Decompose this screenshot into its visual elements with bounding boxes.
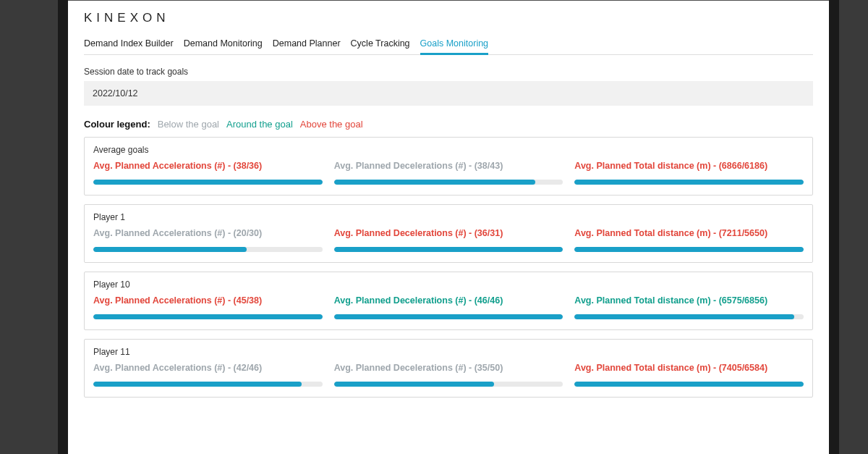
goal-card: Average goalsAvg. Planned Accelerations …	[84, 137, 813, 196]
goal-metric-label: Avg. Planned Total distance (m) - (7405/…	[574, 363, 804, 373]
colour-legend: Colour legend: Below the goal Around the…	[84, 119, 813, 130]
brand-logo-text: KINEXON	[84, 11, 170, 25]
goal-metric-label: Avg. Planned Total distance (m) - (6575/…	[574, 295, 804, 306]
goal-progress-bar	[93, 382, 323, 387]
session-date-input[interactable]	[84, 81, 813, 106]
goal-progress-fill	[334, 382, 495, 387]
goal-card-title: Player 11	[93, 347, 804, 357]
legend-item-around: Around the goal	[226, 119, 293, 130]
goal-metric: Avg. Planned Decelerations (#) - (38/43)	[334, 161, 563, 185]
goal-progress-bar	[93, 180, 323, 185]
goal-card-metrics: Avg. Planned Accelerations (#) - (42/46)…	[93, 363, 804, 387]
goal-metric: Avg. Planned Accelerations (#) - (42/46)	[93, 363, 323, 387]
goal-progress-bar	[574, 180, 804, 185]
goal-metric-label: Avg. Planned Total distance (m) - (6866/…	[574, 161, 804, 171]
goal-metric-label: Avg. Planned Total distance (m) - (7211/…	[574, 228, 804, 238]
goal-metric: Avg. Planned Accelerations (#) - (45/38)	[93, 295, 323, 319]
goal-cards-list: Average goalsAvg. Planned Accelerations …	[84, 137, 813, 398]
goal-progress-fill	[334, 180, 536, 185]
goal-progress-fill	[93, 314, 323, 319]
goal-metric-label: Avg. Planned Accelerations (#) - (38/36)	[93, 161, 323, 171]
goal-card-title: Player 10	[93, 279, 804, 290]
goal-metric-label: Avg. Planned Accelerations (#) - (20/30)	[93, 228, 323, 238]
main-tabs: Demand Index BuilderDemand MonitoringDem…	[84, 34, 813, 55]
goal-progress-bar	[93, 314, 323, 319]
brand-logo: KINEXON	[84, 11, 813, 25]
goal-metric-label: Avg. Planned Decelerations (#) - (38/43)	[334, 161, 563, 171]
tab-demand-planner[interactable]: Demand Planner	[273, 34, 341, 54]
goal-progress-bar	[334, 314, 563, 319]
goal-card: Player 10Avg. Planned Accelerations (#) …	[84, 272, 813, 330]
goal-card-metrics: Avg. Planned Accelerations (#) - (45/38)…	[93, 295, 804, 319]
app-viewport: KINEXON Demand Index BuilderDemand Monit…	[68, 0, 829, 454]
goal-progress-fill	[93, 180, 323, 185]
legend-item-above: Above the goal	[300, 119, 363, 130]
goal-progress-bar	[574, 314, 804, 319]
goal-progress-bar	[334, 382, 563, 387]
goal-metric-label: Avg. Planned Accelerations (#) - (45/38)	[93, 295, 323, 306]
goal-progress-bar	[93, 247, 323, 252]
goal-metric: Avg. Planned Accelerations (#) - (38/36)	[93, 161, 323, 185]
goal-card-metrics: Avg. Planned Accelerations (#) - (38/36)…	[93, 161, 804, 185]
goal-card-title: Average goals	[93, 145, 804, 155]
goal-metric: Avg. Planned Total distance (m) - (7211/…	[574, 228, 804, 252]
tablet-frame: KINEXON Demand Index BuilderDemand Monit…	[58, 0, 839, 454]
goal-progress-fill	[574, 247, 804, 252]
legend-title: Colour legend:	[84, 119, 150, 130]
goal-card-title: Player 1	[93, 212, 804, 222]
app-root: KINEXON Demand Index BuilderDemand Monit…	[68, 1, 829, 398]
goal-progress-bar	[574, 247, 804, 252]
goal-metric: Avg. Planned Total distance (m) - (7405/…	[574, 363, 804, 387]
legend-item-below: Below the goal	[158, 119, 219, 130]
goal-metric: Avg. Planned Decelerations (#) - (46/46)	[334, 295, 563, 319]
goal-progress-fill	[574, 180, 804, 185]
tab-goals-monitoring[interactable]: Goals Monitoring	[420, 34, 489, 54]
goal-metric: Avg. Planned Decelerations (#) - (35/50)	[334, 363, 563, 387]
tab-cycle-tracking[interactable]: Cycle Tracking	[351, 34, 410, 54]
goal-progress-bar	[334, 247, 563, 252]
goal-card: Player 1Avg. Planned Accelerations (#) -…	[84, 204, 813, 263]
goal-metric: Avg. Planned Total distance (m) - (6866/…	[574, 161, 804, 185]
goal-metric: Avg. Planned Total distance (m) - (6575/…	[574, 295, 804, 319]
goal-progress-fill	[93, 382, 302, 387]
tab-demand-monitoring[interactable]: Demand Monitoring	[184, 34, 263, 54]
tab-demand-index-builder[interactable]: Demand Index Builder	[84, 34, 174, 54]
goal-metric-label: Avg. Planned Decelerations (#) - (46/46)	[334, 295, 563, 306]
goal-card-metrics: Avg. Planned Accelerations (#) - (20/30)…	[93, 228, 804, 252]
goal-metric: Avg. Planned Accelerations (#) - (20/30)	[93, 228, 323, 252]
goal-progress-fill	[334, 314, 563, 319]
goal-progress-fill	[574, 314, 794, 319]
goal-progress-fill	[93, 247, 247, 252]
goal-metric-label: Avg. Planned Decelerations (#) - (36/31)	[334, 228, 563, 238]
goal-card: Player 11Avg. Planned Accelerations (#) …	[84, 339, 813, 398]
goal-metric-label: Avg. Planned Decelerations (#) - (35/50)	[334, 363, 563, 373]
goal-metric-label: Avg. Planned Accelerations (#) - (42/46)	[93, 363, 323, 373]
session-date-label: Session date to track goals	[84, 67, 813, 77]
goal-progress-fill	[334, 247, 563, 252]
goal-progress-bar	[334, 180, 563, 185]
goal-progress-bar	[574, 382, 804, 387]
goal-progress-fill	[574, 382, 804, 387]
goal-metric: Avg. Planned Decelerations (#) - (36/31)	[334, 228, 563, 252]
